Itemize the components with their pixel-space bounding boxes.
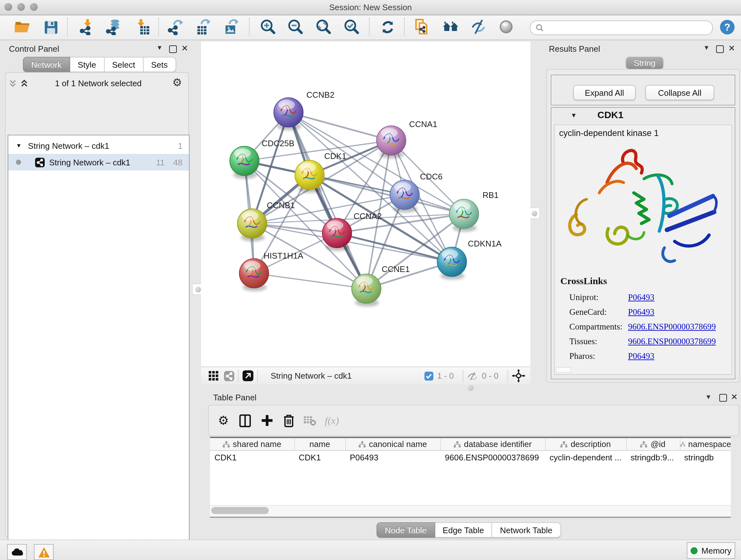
zoom-fit-button[interactable] — [313, 17, 334, 37]
table-cell[interactable]: CDK1 — [210, 450, 294, 463]
results-scrollbar-thumb[interactable] — [556, 367, 571, 373]
column-header-shared-name[interactable]: shared name — [210, 438, 294, 450]
function-builder-button[interactable]: f(x) — [321, 410, 343, 431]
tab-string[interactable]: String — [626, 57, 663, 69]
control-panel-close-icon[interactable]: ✕ — [181, 44, 188, 53]
network-list: ▼ String Network – cdk1 1 String Network… — [8, 135, 190, 560]
results-panel-close-icon[interactable]: ✕ — [728, 44, 735, 53]
crosslink-value[interactable]: P06493 — [628, 307, 655, 317]
network-canvas[interactable]: CCNB2CCNA1CDC25BCDK1CDC6RB1CCNB1CCNA2CDK… — [201, 42, 530, 367]
node-CCNA1[interactable]: CCNA1 — [377, 119, 437, 159]
export-table-button[interactable] — [193, 17, 213, 37]
edge-HIST1H1A-CCNE1[interactable] — [254, 273, 366, 289]
save-session-button[interactable] — [40, 17, 61, 37]
import-database-button[interactable] — [103, 17, 123, 37]
grid-view-icon[interactable] — [209, 371, 218, 381]
column-header-label: shared name — [233, 439, 281, 449]
table-panel-collapse-icon[interactable]: ▼ — [705, 393, 712, 400]
search-input[interactable] — [530, 20, 713, 35]
node-HIST1H1A[interactable]: HIST1H1A — [239, 251, 304, 291]
expand-all-button[interactable]: Expand All — [573, 85, 636, 100]
zoom-in-button[interactable] — [258, 17, 278, 37]
import-database-icon — [105, 18, 121, 35]
control-panel-float-icon[interactable] — [169, 45, 177, 53]
table-hscrollbar[interactable] — [210, 505, 731, 518]
crosslink-value[interactable]: 9606.ENSP00000378699 — [628, 321, 716, 332]
results-panel-collapse-icon[interactable]: ▼ — [703, 44, 710, 51]
results-panel-float-icon[interactable] — [716, 45, 724, 53]
warning-button[interactable] — [34, 544, 54, 560]
table-row[interactable]: CDK1CDK1P064939606.ENSP00000378699cyclin… — [210, 450, 731, 463]
table-gear-icon[interactable]: ⚙ — [212, 410, 234, 431]
open-session-button[interactable] — [12, 17, 32, 37]
collapse-all-icon[interactable] — [9, 79, 17, 88]
node-CCNB2[interactable]: CCNB2 — [274, 90, 334, 130]
node-CCNE1[interactable]: CCNE1 — [352, 264, 410, 307]
hide-selection-button[interactable] — [468, 17, 489, 37]
table-cell[interactable]: 9606.ENSP00000378699 — [441, 450, 545, 463]
share-document-button[interactable] — [412, 17, 432, 37]
selected-checkbox-icon[interactable] — [424, 371, 433, 380]
column-header-description[interactable]: description — [545, 438, 626, 450]
help-button[interactable]: ? — [717, 17, 737, 37]
zoom-selected-button[interactable] — [341, 17, 362, 37]
node-CDKN1A[interactable]: CDKN1A — [437, 239, 502, 280]
column-header--id[interactable]: @id — [626, 438, 680, 450]
table-hscrollbar-thumb[interactable] — [211, 507, 269, 514]
node-table[interactable]: shared namenamecanonical namedatabase id… — [210, 437, 731, 506]
cloud-button[interactable] — [7, 544, 27, 560]
network-share-icon[interactable] — [224, 371, 234, 381]
zoom-in-icon — [260, 18, 276, 35]
collapse-all-button[interactable]: Collapse All — [645, 85, 714, 100]
tab-style[interactable]: Style — [70, 57, 105, 72]
export-image-button[interactable] — [221, 17, 241, 37]
home-button[interactable] — [441, 17, 461, 37]
table-cell[interactable]: CDK1 — [294, 450, 345, 463]
collection-expander-icon[interactable]: ▼ — [16, 142, 22, 149]
tab-network[interactable]: Network — [23, 57, 70, 72]
table-panel-close-icon[interactable]: ✕ — [731, 392, 738, 401]
open-in-window-icon[interactable] — [243, 370, 253, 381]
tab-sets[interactable]: Sets — [143, 57, 176, 72]
table-cell[interactable]: stringdb:9... — [626, 450, 680, 463]
highlight-button[interactable] — [496, 17, 516, 37]
delete-table-icon[interactable] — [299, 410, 321, 431]
column-header-namespace[interactable]: namespace — [680, 438, 731, 450]
tab-network-table[interactable]: Network Table — [492, 522, 561, 538]
column-header-name[interactable]: name — [294, 438, 345, 450]
table-cell[interactable]: P06493 — [345, 450, 441, 463]
memory-button[interactable]: Memory — [687, 542, 735, 559]
table-columns-icon[interactable] — [234, 410, 256, 431]
hidden-eye-icon[interactable] — [467, 371, 478, 380]
node-RB1[interactable]: RB1 — [449, 190, 499, 232]
column-header-database-identifier[interactable]: database identifier — [441, 438, 545, 450]
table-delete-icon[interactable] — [278, 410, 299, 431]
zoom-out-button[interactable] — [285, 17, 306, 37]
crosslink-row: Uniprot:P06493 — [569, 290, 729, 305]
tab-node-table[interactable]: Node Table — [377, 522, 435, 538]
string-network-graph[interactable]: CCNB2CCNA1CDC25BCDK1CDC6RB1CCNB1CCNA2CDK… — [201, 42, 530, 367]
table-cell[interactable]: stringdb — [680, 450, 731, 463]
import-table-button[interactable] — [132, 17, 152, 37]
crosslink-value[interactable]: P06493 — [628, 351, 655, 361]
node-CCNB1[interactable]: CCNB1 — [238, 200, 295, 241]
edge-CCNB2-CCNE1[interactable] — [288, 112, 366, 289]
control-panel-collapse-icon[interactable]: ▼ — [156, 44, 163, 51]
crosslink-value[interactable]: 9606.ENSP00000378699 — [628, 336, 716, 347]
network-row-selected[interactable]: String Network – cdk1 11 48 — [8, 154, 189, 171]
network-list-gear-icon[interactable]: ⚙ — [172, 76, 182, 89]
table-cell[interactable]: cyclin-dependent ... — [545, 450, 626, 463]
expand-all-icon[interactable] — [20, 79, 28, 88]
tab-edge-table[interactable]: Edge Table — [435, 522, 492, 538]
crosslink-value[interactable]: P06493 — [628, 292, 655, 302]
table-add-icon[interactable] — [256, 410, 278, 431]
import-network-button[interactable] — [76, 17, 96, 37]
refresh-button[interactable] — [377, 17, 398, 37]
column-header-canonical-name[interactable]: canonical name — [345, 438, 441, 450]
table-panel-float-icon[interactable] — [719, 394, 727, 401]
network-collection-row[interactable]: ▼ String Network – cdk1 1 — [8, 137, 189, 154]
tab-select[interactable]: Select — [105, 57, 143, 72]
birds-eye-crosshair-icon[interactable] — [512, 369, 525, 382]
gene-expander-icon[interactable]: ▼ — [570, 112, 577, 119]
export-network-button[interactable] — [165, 17, 186, 37]
